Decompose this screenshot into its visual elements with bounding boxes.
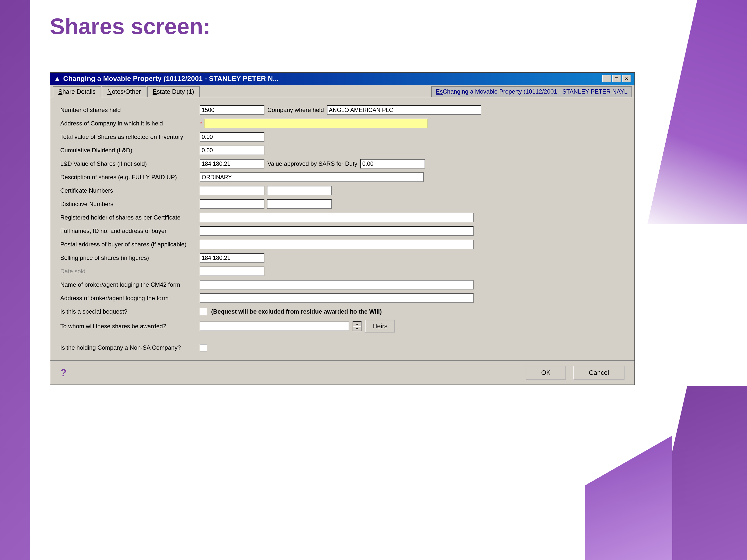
- row-cumulative-dividend: Cumulative Dividend (L&D) 0.00: [60, 145, 624, 156]
- label-selling-price: Selling price of shares (in figures): [60, 255, 200, 261]
- label-full-names-buyer: Full names, ID no. and address of buyer: [60, 228, 200, 235]
- bottom-bar: ? OK Cancel: [50, 361, 635, 384]
- tab-share-details[interactable]: Share Details: [53, 86, 101, 97]
- row-certificate-numbers: Certificate Numbers: [60, 185, 624, 196]
- input-description-shares[interactable]: ORDINARY: [200, 172, 424, 182]
- row-total-value: Total value of Shares as reflected on In…: [60, 132, 624, 142]
- row-special-bequest: Is this a special bequest? (Bequest will…: [60, 306, 624, 317]
- cancel-button[interactable]: Cancel: [573, 366, 624, 379]
- label-total-value: Total value of Shares as reflected on In…: [60, 133, 200, 140]
- label-certificate-numbers: Certificate Numbers: [60, 187, 200, 194]
- label-ld-value: L&D Value of Shares (if not sold): [60, 160, 200, 167]
- row-distinctive-numbers: Distinctive Numbers: [60, 199, 624, 209]
- input-distinctive-numbers-2[interactable]: [267, 199, 332, 209]
- label-company-where-held: Company where held: [267, 107, 324, 113]
- spacer: [60, 336, 624, 340]
- ok-button[interactable]: OK: [526, 366, 566, 379]
- input-distinctive-numbers[interactable]: [200, 199, 264, 209]
- row-broker-name: Name of broker/agent lodging the CM42 fo…: [60, 279, 624, 290]
- row-ld-value: L&D Value of Shares (if not sold) 184,18…: [60, 159, 624, 169]
- tab-overflow[interactable]: EsChanging a Movable Property (10112/200…: [431, 86, 632, 97]
- input-ld-value[interactable]: 184,180.21: [200, 159, 264, 168]
- special-bequest-checkbox-area: (Bequest will be excluded from residue a…: [200, 308, 382, 315]
- input-total-value[interactable]: 0.00: [200, 132, 264, 142]
- label-non-sa-company: Is the holding Company a Non-SA Company?: [60, 344, 200, 351]
- row-non-sa-company: Is the holding Company a Non-SA Company?: [60, 343, 624, 353]
- title-bar-controls: _ □ ×: [602, 75, 631, 82]
- input-certificate-numbers-2[interactable]: [267, 186, 332, 195]
- label-date-sold: Date sold: [60, 268, 200, 275]
- label-value-approved-sars: Value approved by SARS for Duty: [267, 160, 357, 167]
- row-address-company: Address of Company in which it is held *: [60, 118, 624, 129]
- special-bequest-note: (Bequest will be excluded from residue a…: [211, 308, 382, 315]
- label-number-of-shares: Number of shares held: [60, 107, 200, 113]
- title-bar-left: ▲ Changing a Movable Property (10112/200…: [54, 75, 279, 83]
- row-broker-address: Address of broker/agent lodging the form: [60, 293, 624, 303]
- label-distinctive-numbers: Distinctive Numbers: [60, 201, 200, 208]
- close-button[interactable]: ×: [622, 75, 631, 82]
- label-shares-awarded: To whom will these shares be awarded?: [60, 323, 200, 330]
- row-postal-address-buyer: Postal address of buyer of shares (if ap…: [60, 239, 624, 250]
- row-shares-company: Number of shares held 1500 Company where…: [60, 105, 624, 115]
- input-postal-address-buyer[interactable]: [200, 240, 473, 249]
- label-registered-holder: Registered holder of shares as per Certi…: [60, 214, 200, 221]
- title-bar: ▲ Changing a Movable Property (10112/200…: [50, 73, 635, 85]
- input-registered-holder[interactable]: [200, 213, 473, 222]
- input-shares-awarded[interactable]: [200, 322, 349, 331]
- dialog-window: ▲ Changing a Movable Property (10112/200…: [50, 72, 635, 385]
- window-icon: ▲: [54, 75, 61, 83]
- label-broker-address: Address of broker/agent lodging the form: [60, 295, 200, 302]
- input-broker-address[interactable]: [200, 293, 473, 303]
- help-button[interactable]: ?: [60, 367, 67, 379]
- input-cumulative-dividend[interactable]: 0.00: [200, 145, 264, 155]
- input-date-sold[interactable]: [200, 267, 264, 276]
- content-area: Number of shares held 1500 Company where…: [50, 97, 635, 361]
- label-postal-address-buyer: Postal address of buyer of shares (if ap…: [60, 241, 200, 248]
- input-number-of-shares[interactable]: 1500: [200, 105, 264, 115]
- row-description-shares: Description of shares (e.g. FULLY PAID U…: [60, 172, 624, 182]
- row-full-names-buyer: Full names, ID no. and address of buyer: [60, 226, 624, 236]
- minimize-button[interactable]: _: [602, 75, 611, 82]
- label-special-bequest: Is this a special bequest?: [60, 308, 200, 315]
- spinner-buttons: ▲ ▼: [353, 322, 361, 331]
- row-registered-holder: Registered holder of shares as per Certi…: [60, 212, 624, 223]
- input-value-approved-sars[interactable]: 0.00: [360, 159, 425, 168]
- label-cumulative-dividend: Cumulative Dividend (L&D): [60, 147, 200, 154]
- spinner-up-button[interactable]: ▲: [353, 322, 361, 326]
- bg-shape-left: [0, 0, 30, 560]
- input-address-company[interactable]: [204, 119, 428, 128]
- title-bar-text: Changing a Movable Property (10112/2001 …: [63, 75, 279, 83]
- input-company-where-held[interactable]: ANGLO AMERICAN PLC: [327, 105, 481, 115]
- input-certificate-numbers[interactable]: [200, 186, 264, 195]
- input-broker-name[interactable]: [200, 280, 473, 290]
- button-area: OK Cancel: [526, 366, 624, 379]
- spinner-down-button[interactable]: ▼: [353, 326, 361, 331]
- input-selling-price[interactable]: 184,180.21: [200, 253, 264, 263]
- form-section: Number of shares held 1500 Company where…: [60, 105, 624, 353]
- bg-shape-bottom-mid: [585, 435, 672, 560]
- label-address-company: Address of Company in which it is held: [60, 120, 200, 127]
- page-title: Shares screen:: [50, 14, 210, 39]
- input-full-names-buyer[interactable]: [200, 226, 473, 236]
- heirs-button[interactable]: Heirs: [365, 320, 395, 332]
- spinner-shares-awarded: ▲ ▼: [353, 321, 362, 331]
- required-marker: *: [200, 119, 202, 128]
- restore-button[interactable]: □: [612, 75, 621, 82]
- special-bequest-checkbox[interactable]: [200, 308, 207, 315]
- tab-bar: Share Details Notes/Other Estate Duty (1…: [50, 85, 635, 97]
- row-shares-awarded: To whom will these shares be awarded? ▲ …: [60, 320, 624, 332]
- tab-notes-other[interactable]: Notes/Other: [102, 86, 147, 97]
- row-selling-price: Selling price of shares (in figures) 184…: [60, 252, 624, 263]
- bg-shape-right-top: [622, 0, 747, 224]
- label-broker-name: Name of broker/agent lodging the CM42 fo…: [60, 281, 200, 288]
- non-sa-company-checkbox[interactable]: [200, 344, 207, 351]
- row-date-sold: Date sold: [60, 266, 624, 276]
- tab-estate-duty[interactable]: Estate Duty (1): [147, 86, 200, 97]
- label-description-shares: Description of shares (e.g. FULLY PAID U…: [60, 174, 200, 181]
